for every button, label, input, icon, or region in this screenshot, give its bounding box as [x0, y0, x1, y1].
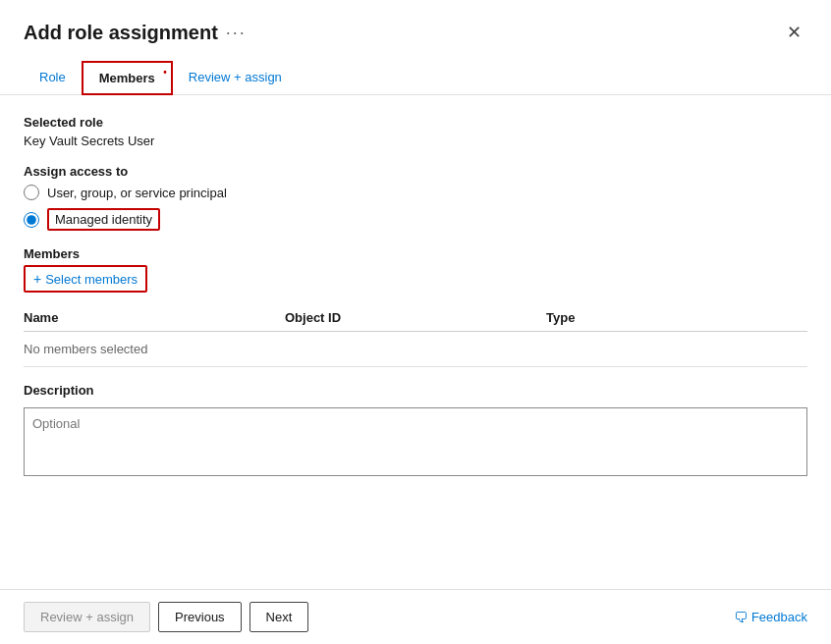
feedback-button[interactable]: 🗨 Feedback	[734, 610, 807, 625]
footer-right: 🗨 Feedback	[734, 610, 807, 625]
feedback-icon: 🗨	[734, 610, 748, 625]
dialog-title: Add role assignment	[24, 22, 218, 44]
description-textarea[interactable]	[24, 407, 807, 476]
review-assign-button[interactable]: Review + assign	[24, 602, 150, 632]
dialog-title-row: Add role assignment ···	[24, 22, 247, 44]
plus-icon: +	[33, 271, 41, 287]
add-role-assignment-dialog: Add role assignment ··· ✕ Role Members R…	[0, 0, 831, 644]
tabs-bar: Role Members Review + assign	[0, 45, 831, 95]
col-header-type: Type	[546, 304, 807, 332]
next-button[interactable]: Next	[249, 602, 309, 632]
assign-access-group: Assign access to User, group, or service…	[24, 164, 807, 231]
tab-role[interactable]: Role	[24, 62, 82, 94]
selected-role-group: Selected role Key Vault Secrets User	[24, 115, 807, 148]
description-section: Description	[24, 383, 807, 479]
feedback-label: Feedback	[751, 610, 807, 624]
radio-group: User, group, or service principal Manage…	[24, 185, 807, 231]
radio-user-group[interactable]: User, group, or service principal	[24, 185, 807, 200]
description-label: Description	[24, 383, 807, 398]
select-members-button[interactable]: + Select members	[24, 265, 147, 293]
members-label: Members	[24, 246, 807, 261]
col-header-objectid: Object ID	[285, 304, 546, 332]
selected-role-label: Selected role	[24, 115, 807, 130]
no-members-message: No members selected	[24, 332, 807, 367]
table-row-empty: No members selected	[24, 332, 807, 367]
radio-user-group-label: User, group, or service principal	[47, 186, 227, 200]
footer-left: Review + assign Previous Next	[24, 602, 308, 632]
tab-members[interactable]: Members	[82, 61, 173, 95]
close-button[interactable]: ✕	[781, 20, 807, 45]
selected-role-value: Key Vault Secrets User	[24, 134, 807, 148]
dialog-body: Selected role Key Vault Secrets User Ass…	[0, 95, 831, 589]
assign-access-label: Assign access to	[24, 164, 807, 179]
more-options-icon[interactable]: ···	[226, 23, 247, 43]
radio-user-group-input[interactable]	[24, 185, 39, 200]
col-header-name: Name	[24, 304, 285, 332]
dialog-header: Add role assignment ··· ✕	[0, 0, 831, 45]
members-table: Name Object ID Type No members selected	[24, 304, 807, 367]
radio-managed-identity-input[interactable]	[24, 212, 39, 228]
members-section: Members + Select members Name Object ID …	[24, 246, 807, 367]
select-members-label: Select members	[45, 272, 138, 287]
tab-review-assign[interactable]: Review + assign	[173, 62, 298, 94]
managed-identity-box: Managed identity	[47, 208, 160, 231]
radio-managed-identity[interactable]: Managed identity	[24, 208, 807, 231]
previous-button[interactable]: Previous	[158, 602, 242, 632]
dialog-footer: Review + assign Previous Next 🗨 Feedback	[0, 589, 831, 644]
